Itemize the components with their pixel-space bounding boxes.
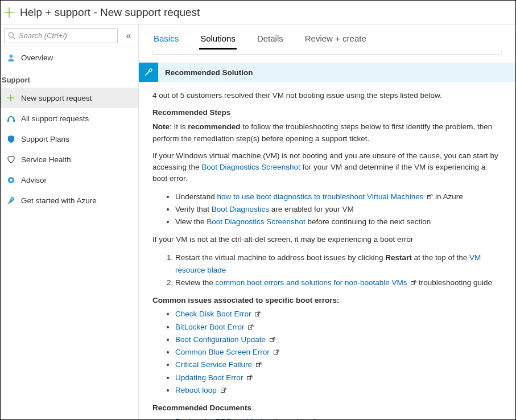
external-link-icon (411, 280, 416, 286)
link-rdp-troubleshooting-guide[interactable]: Review the RDP troubleshooting guide (175, 417, 307, 419)
link-critical-service-failure[interactable]: Critical Service Failure (175, 360, 252, 369)
sidebar-item-get-started[interactable]: Get started with Azure (1, 190, 138, 211)
ctrl-alt-del-paragraph: If your VM is not at the ctrl-alt-del sc… (152, 234, 502, 245)
svg-rect-10 (255, 313, 259, 316)
list-item: Understand how to use boot diagnostics t… (175, 191, 502, 203)
external-link-icon (274, 349, 279, 355)
note-label: Note (152, 122, 170, 131)
external-link-icon (427, 194, 433, 200)
svg-rect-4 (13, 119, 15, 122)
list-item: Updating Boot Error (175, 372, 502, 384)
sidebar-item-label: New support request (21, 94, 92, 102)
link-common-blue-screen-error[interactable]: Common Blue Screen Error (175, 348, 270, 356)
link-bitlocker-boot-error[interactable]: BitLocker Boot Error (175, 323, 245, 331)
sidebar-item-label: All support requests (21, 114, 89, 123)
sidebar-item-label: Service Health (21, 155, 71, 164)
svg-point-6 (10, 179, 13, 182)
link-updating-boot-error[interactable]: Updating Boot Error (175, 373, 243, 382)
list-item: View the Boot Diagnostics Screenshot bef… (175, 216, 502, 228)
sidebar-item-label: Get started with Azure (21, 196, 97, 205)
link-how-to-use-boot-diagnostics[interactable]: how to use boot diagnostics to troublesh… (217, 192, 424, 201)
recommended-documents-list: Review the RDP troubleshooting guide Acc… (175, 415, 502, 419)
svg-rect-16 (221, 389, 224, 392)
sidebar-item-all-support-requests[interactable]: All support requests (1, 108, 138, 129)
sidebar: Search (Ctrl+/) « Overview Support New s… (1, 24, 139, 419)
link-boot-diagnostics[interactable]: Boot Diagnostics (212, 205, 269, 213)
link-boot-diagnostics-screenshot-2[interactable]: Boot Diagnostics Screenshot (207, 217, 305, 226)
svg-line-1 (13, 37, 15, 39)
svg-rect-3 (7, 119, 9, 122)
understand-list: Understand how to use boot diagnostics t… (175, 191, 502, 229)
page-title: Help + support - New support request (20, 6, 200, 19)
sidebar-section-support: Support (1, 68, 138, 88)
external-link-icon (255, 311, 261, 317)
tab-bar: Basics Solutions Details Review + create (139, 24, 515, 50)
sidebar-item-label: Overview (21, 53, 53, 62)
link-common-boot-errors[interactable]: common boot errors and solutions for non… (216, 278, 407, 287)
svg-rect-13 (274, 351, 277, 355)
search-placeholder: Search (Ctrl+/) (19, 31, 114, 40)
list-item: Common Blue Screen Error (175, 346, 502, 359)
list-item: Review the RDP troubleshooting guide (175, 415, 502, 419)
svg-point-0 (9, 32, 13, 37)
sidebar-item-overview[interactable]: Overview (1, 47, 138, 68)
common-issues-list: Check Disk Boot Error BitLocker Boot Err… (175, 308, 502, 397)
svg-rect-9 (411, 282, 415, 285)
tab-review-create[interactable]: Review + create (304, 28, 368, 50)
svg-rect-15 (247, 376, 251, 380)
page-header: Help + support - New support request (1, 1, 515, 24)
sidebar-item-service-health[interactable]: Service Health (1, 149, 138, 170)
link-check-disk-boot-error[interactable]: Check Disk Boot Error (175, 310, 251, 318)
recommended-documents-heading: Recommended Documents (152, 403, 502, 412)
external-link-icon (221, 388, 226, 393)
sidebar-item-support-plans[interactable]: Support Plans (1, 129, 138, 149)
plus-icon (2, 5, 16, 20)
external-link-icon (248, 324, 254, 330)
external-link-icon (270, 337, 275, 343)
search-input[interactable]: Search (Ctrl+/) (4, 28, 118, 43)
list-item: Check Disk Boot Error (175, 308, 502, 320)
link-boot-configuration-update[interactable]: Boot Configuration Update (175, 335, 266, 344)
svg-point-7 (11, 198, 13, 199)
svg-point-2 (9, 54, 13, 57)
advisor-icon (6, 175, 15, 184)
list-item: Critical Service Failure (175, 359, 502, 371)
tab-solutions[interactable]: Solutions (199, 28, 237, 50)
main-content: Basics Solutions Details Review + create… (139, 24, 515, 419)
recommended-solution-banner: Recommended Solution (139, 63, 515, 82)
sidebar-item-label: Support Plans (21, 135, 69, 143)
external-link-icon (311, 419, 316, 419)
headset-icon (6, 114, 15, 123)
search-row: Search (Ctrl+/) « (1, 24, 138, 47)
tab-basics[interactable]: Basics (152, 28, 180, 50)
collapsed-panel[interactable] (152, 51, 502, 55)
list-item: Boot Configuration Update (175, 333, 502, 346)
list-item: Restart the virtual machine to address b… (175, 252, 502, 277)
link-boot-diagnostics-screenshot[interactable]: Boot Diagnostics Screenshot (201, 163, 300, 171)
solution-content: 4 out of 5 customers resolved their VM n… (139, 85, 515, 419)
list-item: BitLocker Boot Error (175, 321, 502, 333)
common-issues-heading: Common issues associated to specific boo… (152, 296, 502, 304)
tab-details[interactable]: Details (256, 28, 284, 50)
svg-rect-11 (249, 326, 252, 329)
list-item: Review the common boot errors and soluti… (175, 277, 502, 289)
sidebar-item-new-support-request[interactable]: New support request (1, 88, 138, 108)
heart-icon (6, 155, 15, 164)
link-reboot-loop[interactable]: Reboot loop (175, 386, 217, 394)
intro-text: 4 out of 5 customers resolved their VM n… (152, 90, 502, 101)
windows-paragraph: If your Windows virtual machine (VM) is … (152, 150, 502, 185)
sidebar-item-advisor[interactable]: Advisor (1, 170, 138, 190)
rocket-icon (6, 196, 15, 205)
wrench-icon (139, 63, 158, 82)
svg-rect-12 (270, 338, 273, 341)
recommended-steps-heading: Recommended Steps (152, 108, 502, 117)
restart-steps: Restart the virtual machine to address b… (175, 252, 502, 290)
external-link-icon (256, 362, 262, 368)
plus-icon (6, 93, 15, 102)
person-icon (6, 53, 15, 62)
list-item: Reboot loop (175, 384, 502, 397)
svg-rect-14 (256, 364, 259, 367)
search-icon (8, 32, 15, 39)
collapse-sidebar-button[interactable]: « (122, 31, 135, 41)
list-item: Verify that Boot Diagnostics are enabled… (175, 203, 502, 216)
